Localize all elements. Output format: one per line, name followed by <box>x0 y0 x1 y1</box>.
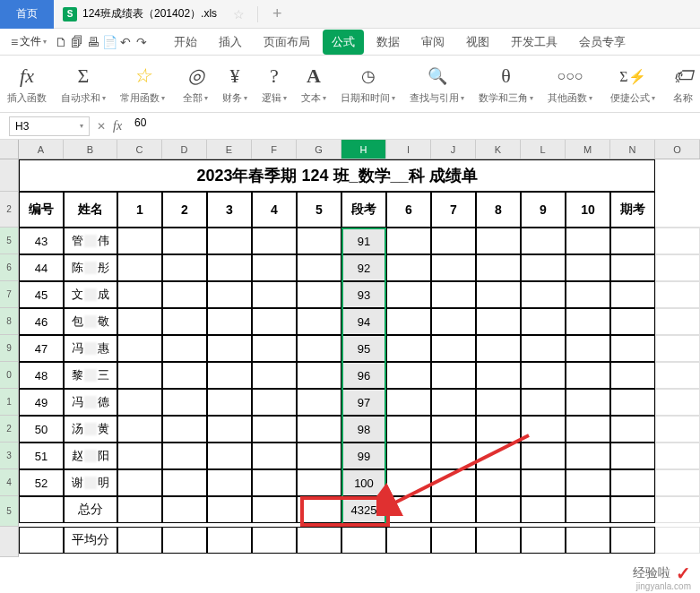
cell[interactable] <box>431 496 476 523</box>
cell[interactable] <box>207 416 252 443</box>
cell[interactable] <box>521 469 566 496</box>
cell[interactable] <box>521 496 566 523</box>
header-cell[interactable]: 3 <box>207 192 252 228</box>
cell[interactable] <box>476 362 521 389</box>
print-icon[interactable]: 🖶 <box>86 35 100 49</box>
cell[interactable] <box>655 159 700 192</box>
cell[interactable] <box>207 469 252 496</box>
col-header-I[interactable]: I <box>386 140 431 159</box>
tab-insert[interactable]: 插入 <box>210 30 251 55</box>
cell[interactable] <box>117 335 162 362</box>
header-cell[interactable]: 5 <box>297 192 341 228</box>
cell[interactable] <box>610 469 655 496</box>
cell[interactable] <box>117 443 162 469</box>
cell[interactable] <box>297 281 341 308</box>
cell[interactable] <box>386 527 431 554</box>
formula-input[interactable]: 60 <box>129 116 691 136</box>
cell[interactable] <box>431 389 476 416</box>
cell[interactable] <box>610 527 655 554</box>
row-header[interactable]: 1 <box>0 389 19 416</box>
cell[interactable] <box>162 496 207 523</box>
id-cell[interactable]: 52 <box>19 469 64 496</box>
id-cell[interactable]: 45 <box>19 281 64 308</box>
row-header[interactable]: 2 <box>0 192 19 228</box>
cell[interactable] <box>162 308 207 335</box>
cell[interactable] <box>521 389 566 416</box>
cell[interactable] <box>655 496 700 523</box>
cell[interactable] <box>431 469 476 496</box>
cell[interactable] <box>386 281 431 308</box>
col-header-O[interactable]: O <box>655 140 700 159</box>
datetime-button[interactable]: ◷ 日期和时间▾ <box>333 59 402 108</box>
cell[interactable] <box>19 496 64 523</box>
cell[interactable] <box>431 254 476 281</box>
header-cell[interactable]: 8 <box>476 192 521 228</box>
cell[interactable] <box>252 335 297 362</box>
header-cell[interactable]: 7 <box>431 192 476 228</box>
tab-dev[interactable]: 开发工具 <box>502 30 566 55</box>
autosum-button[interactable]: Σ 自动求和▾ <box>54 59 113 108</box>
title-cell[interactable]: 2023年春季期 124 班_数学__科 成绩单 <box>19 159 655 192</box>
row-header[interactable]: 0 <box>0 362 19 389</box>
cell[interactable] <box>341 527 386 554</box>
cell[interactable] <box>566 416 610 443</box>
score-cell[interactable]: 99 <box>341 443 386 469</box>
col-header-K[interactable]: K <box>476 140 521 159</box>
quick-formula-button[interactable]: Σ⚡ 便捷公式▾ <box>603 59 662 108</box>
cell[interactable] <box>610 389 655 416</box>
cell[interactable] <box>297 389 341 416</box>
cell[interactable] <box>252 254 297 281</box>
tab-data[interactable]: 数据 <box>367 30 409 55</box>
logic-button[interactable]: ? 逻辑▾ <box>255 59 294 108</box>
cell[interactable] <box>117 469 162 496</box>
select-all-corner[interactable] <box>0 140 19 159</box>
name-box[interactable]: H3 ▾ <box>9 116 90 136</box>
cell[interactable] <box>252 469 297 496</box>
cell[interactable] <box>610 228 655 254</box>
id-cell[interactable]: 43 <box>19 228 64 254</box>
cell[interactable] <box>431 443 476 469</box>
cell[interactable] <box>252 308 297 335</box>
cell[interactable] <box>610 335 655 362</box>
cell[interactable] <box>297 335 341 362</box>
sum-value-cell[interactable]: 4325 <box>341 496 386 523</box>
cell[interactable] <box>610 254 655 281</box>
id-cell[interactable]: 44 <box>19 254 64 281</box>
cell[interactable] <box>476 281 521 308</box>
score-cell[interactable]: 92 <box>341 254 386 281</box>
all-fn-button[interactable]: ◎ 全部▾ <box>176 59 215 108</box>
cell[interactable] <box>117 496 162 523</box>
cell[interactable] <box>252 443 297 469</box>
cell[interactable] <box>566 527 610 554</box>
cell[interactable] <box>566 228 610 254</box>
score-cell[interactable]: 96 <box>341 362 386 389</box>
name-cell[interactable]: 文成 <box>64 281 117 308</box>
text-fn-button[interactable]: A 文本▾ <box>294 59 333 108</box>
cell[interactable] <box>521 335 566 362</box>
cell[interactable] <box>655 469 700 496</box>
score-cell[interactable]: 94 <box>341 308 386 335</box>
cell[interactable] <box>566 308 610 335</box>
cell[interactable] <box>655 228 700 254</box>
cell[interactable] <box>386 254 431 281</box>
cell[interactable] <box>521 308 566 335</box>
cell[interactable] <box>566 281 610 308</box>
col-header-N[interactable]: N <box>610 140 655 159</box>
header-cell[interactable]: 期考 <box>610 192 655 228</box>
cell[interactable] <box>566 254 610 281</box>
preview-icon[interactable]: 📄 <box>102 35 117 49</box>
star-icon[interactable]: ☆ <box>226 7 252 21</box>
id-cell[interactable]: 50 <box>19 416 64 443</box>
cell[interactable] <box>521 228 566 254</box>
header-cell[interactable]: 10 <box>566 192 610 228</box>
finance-button[interactable]: ¥ 财务▾ <box>215 59 255 108</box>
cell[interactable] <box>162 443 207 469</box>
cell[interactable] <box>117 362 162 389</box>
cell[interactable] <box>162 254 207 281</box>
col-header-A[interactable]: A <box>19 140 64 159</box>
cell[interactable] <box>610 281 655 308</box>
cell[interactable] <box>117 389 162 416</box>
cell[interactable] <box>431 416 476 443</box>
header-cell[interactable]: 2 <box>162 192 207 228</box>
col-header-L[interactable]: L <box>521 140 566 159</box>
